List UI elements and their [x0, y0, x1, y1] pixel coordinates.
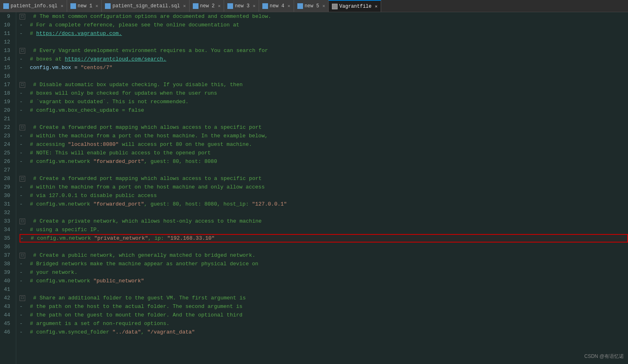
code-line-18: - # boxes will only be checked for updat…	[20, 89, 628, 98]
tab-icon-new5	[297, 3, 303, 9]
tab-close-new3[interactable]: ✕	[253, 3, 255, 9]
code-line-10: - # For a complete reference, please see…	[20, 21, 628, 29]
line-number-11: 11	[0, 29, 13, 38]
tab-new1[interactable]: new 1 ✕	[67, 0, 102, 12]
gutter-dash: -	[20, 106, 23, 115]
tab-new3[interactable]: new 3 ✕	[224, 0, 259, 12]
tab-close-new5[interactable]: ✕	[323, 3, 325, 9]
line-number-40: 40	[0, 277, 13, 285]
tab-close-new4[interactable]: ✕	[288, 3, 290, 9]
line-number-35: 35	[0, 234, 13, 243]
code-line-30: - # via 127.0.0.1 to disable public acce…	[20, 191, 628, 200]
gutter-dash: -	[20, 302, 23, 311]
tab-new5[interactable]: new 5 ✕	[294, 0, 329, 12]
gutter-dash: -	[20, 21, 23, 29]
gutter-dash: -	[20, 149, 23, 157]
tab-close-vagrantfile[interactable]: ✕	[375, 4, 378, 9]
tab-new2[interactable]: new 2 ✕	[190, 0, 225, 12]
line-number-32: 32	[0, 208, 13, 217]
tab-patient-info[interactable]: patient_info.sql ✕	[0, 0, 67, 12]
code-line-17: □ # Disable automatic box update checkin…	[20, 80, 628, 89]
line-number-21: 21	[0, 115, 13, 123]
line-number-37: 37	[0, 251, 13, 260]
gutter-dash: -	[20, 200, 23, 208]
tab-close-new2[interactable]: ✕	[218, 3, 221, 9]
gutter-dash: -	[20, 63, 23, 72]
code-line-34: - # using a specific IP.	[20, 225, 628, 234]
tab-label-new3: new 3	[235, 3, 249, 9]
fold-icon[interactable]: □	[20, 219, 25, 224]
code-line-29: - # within the machine from a port on th…	[20, 183, 628, 191]
gutter-dash: -	[20, 277, 23, 285]
tab-vagrantfile[interactable]: Vagrantfile ✕	[329, 0, 381, 12]
code-line-23: - # within the machine from a port on th…	[20, 132, 628, 140]
line-number-39: 39	[0, 268, 13, 277]
fold-icon[interactable]: □	[20, 176, 25, 182]
tab-new4[interactable]: new 4 ✕	[259, 0, 294, 12]
line-number-18: 18	[0, 89, 13, 98]
gutter-dash: -	[20, 328, 23, 336]
gutter-dash: -	[20, 183, 23, 191]
line-number-20: 20	[0, 106, 13, 115]
code-line-25: - # NOTE: This will enable public access…	[20, 149, 628, 157]
fold-icon[interactable]: □	[20, 295, 25, 301]
tab-close-patient-sign[interactable]: ✕	[183, 3, 186, 9]
editor: 9101112131415161718192021222324252627282…	[0, 12, 628, 364]
tab-bar: patient_info.sql ✕ new 1 ✕ patient_sign_…	[0, 0, 628, 12]
gutter-dash: -	[20, 157, 23, 166]
line-number-25: 25	[0, 149, 13, 157]
code-line-37: □ # Create a public network, which gener…	[20, 251, 628, 260]
tab-close-new1[interactable]: ✕	[96, 3, 98, 9]
gutter-dash-highlighted: -	[20, 234, 24, 243]
gutter-dash: -	[20, 225, 23, 234]
gutter-dash: -	[20, 319, 23, 328]
tab-label-new4: new 4	[270, 3, 284, 9]
tab-patient-sign[interactable]: patient_sign_detail.sql ✕	[102, 0, 189, 12]
gutter-dash: -	[20, 89, 23, 98]
tab-icon-patient-sign	[105, 3, 111, 9]
gutter-dash: -	[20, 268, 23, 277]
code-line-39: - # your network.	[20, 268, 628, 277]
gutter-dash: -	[20, 55, 23, 63]
line-number-33: 33	[0, 217, 13, 225]
fold-icon[interactable]: □	[20, 82, 25, 88]
gutter-dash: -	[20, 260, 23, 268]
line-numbers: 9101112131415161718192021222324252627282…	[0, 12, 16, 364]
code-line-12	[20, 38, 628, 46]
fold-icon[interactable]: □	[20, 48, 25, 54]
line-number-41: 41	[0, 285, 13, 294]
line-number-44: 44	[0, 311, 13, 319]
code-line-40: - # config.vm.network "public_network"	[20, 277, 628, 285]
line-number-29: 29	[0, 183, 13, 191]
code-line-35: - # config.vm.network "private_network",…	[20, 234, 628, 243]
line-number-23: 23	[0, 132, 13, 140]
code-line-41	[20, 285, 628, 294]
line-number-28: 28	[0, 174, 13, 183]
code-line-28: □ # Create a forwarded port mapping whic…	[20, 174, 628, 183]
fold-icon[interactable]: □	[20, 14, 25, 20]
tab-icon-new1	[70, 3, 76, 9]
code-line-21	[20, 115, 628, 123]
code-line-13: □ # Every Vagrant development environmen…	[20, 46, 628, 55]
gutter-dash: -	[20, 191, 23, 200]
line-number-19: 19	[0, 98, 13, 106]
line-number-26: 26	[0, 157, 13, 166]
code-content[interactable]: □ # The most common configuration option…	[16, 12, 628, 364]
line-number-27: 27	[0, 166, 13, 174]
line-number-42: 42	[0, 294, 13, 302]
line-number-10: 10	[0, 21, 13, 29]
line-number-38: 38	[0, 260, 13, 268]
tab-label-patient-info: patient_info.sql	[11, 3, 57, 9]
gutter-dash: -	[20, 140, 23, 149]
tab-close-patient-info[interactable]: ✕	[61, 3, 63, 9]
line-number-13: 13	[0, 46, 13, 55]
tab-label-vagrantfile: Vagrantfile	[339, 4, 371, 9]
code-line-27	[20, 166, 628, 174]
gutter-dash: -	[20, 98, 23, 106]
watermark: CSDN @有语忆诺	[584, 353, 624, 360]
code-line-14: - # boxes at https://vagrantcloud.com/se…	[20, 55, 628, 63]
fold-icon[interactable]: □	[20, 253, 25, 258]
code-line-9: □ # The most common configuration option…	[20, 12, 628, 21]
fold-icon[interactable]: □	[20, 125, 25, 130]
line-number-9: 9	[0, 12, 13, 21]
